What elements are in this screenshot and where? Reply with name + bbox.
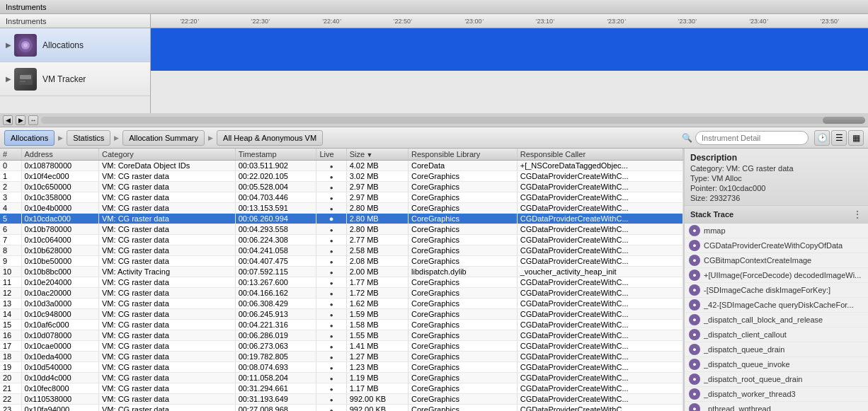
stack-item-sdimage-query[interactable]: ● _42-[SDImageCache queryDiskCacheFor... xyxy=(685,298,868,313)
cell-category: VM: CG raster data xyxy=(99,171,236,182)
cell-timestamp: 00:27.008.968 xyxy=(235,405,316,412)
stack-item-dispatch-queue-drain[interactable]: ● _dispatch_queue_drain xyxy=(685,342,868,357)
table-row[interactable]: 4 0x10e4b0000 VM: CG raster data 00:13.1… xyxy=(0,203,683,214)
table-row[interactable]: 13 0x10d3a0000 VM: CG raster data 00:06.… xyxy=(0,299,683,309)
table-row[interactable]: 23 0x10fa94000 VM: CG raster data 00:27.… xyxy=(0,405,683,412)
sidebar-item-allocations[interactable]: ▶ Allocations xyxy=(0,28,150,62)
stack-trace-expand-icon[interactable]: ⋮ xyxy=(852,209,862,220)
cell-size: 1.41 MB xyxy=(346,341,408,352)
tab-allocation-summary[interactable]: Allocation Summary xyxy=(122,130,205,146)
table-row[interactable]: 15 0x10af6c000 VM: CG raster data 00:04.… xyxy=(0,320,683,330)
cell-size: 3.02 MB xyxy=(346,171,408,182)
cell-timestamp: 00:22.020.105 xyxy=(235,171,316,182)
stack-item-cgbitmap[interactable]: ● CGBitmapContextCreateImage xyxy=(685,253,868,268)
table-row[interactable]: 18 0x10eda4000 VM: CG raster data 00:19.… xyxy=(0,352,683,362)
cell-library: CoreGraphics xyxy=(409,383,518,394)
table-row[interactable]: 17 0x10cae0000 VM: CG raster data 00:06.… xyxy=(0,341,683,352)
cell-library: CoreData xyxy=(409,161,518,171)
grid-view-btn[interactable]: ▦ xyxy=(848,130,864,146)
table-row[interactable]: 6 0x10b780000 VM: CG raster data 00:04.2… xyxy=(0,224,683,235)
col-header-num[interactable]: # xyxy=(0,149,21,161)
scrollbar-track[interactable] xyxy=(41,117,865,124)
table-row[interactable]: 0 0x108780000 VM: CoreData Object IDs 00… xyxy=(0,161,683,171)
cell-num: 3 xyxy=(0,192,21,203)
cell-library: CoreGraphics xyxy=(409,299,518,309)
cell-size: 1.58 MB xyxy=(346,320,408,330)
table-row[interactable]: 8 0x10b628000 VM: CG raster data 00:04.2… xyxy=(0,245,683,256)
table-row[interactable]: 3 0x10c358000 VM: CG raster data 00:04.7… xyxy=(0,192,683,203)
stack-item-mmap[interactable]: ● mmap xyxy=(685,224,868,238)
clock-icon-btn[interactable]: 🕑 xyxy=(814,130,830,146)
expand-arrow-vm: ▶ xyxy=(6,75,11,83)
cell-live: ● xyxy=(316,171,346,182)
cell-address: 0x10fa94000 xyxy=(21,405,99,412)
cell-timestamp: 00:08.074.693 xyxy=(235,362,316,373)
stack-item-label: _42-[SDImageCache queryDiskCacheFor... xyxy=(704,301,854,309)
scroll-zoom-btn[interactable]: ↔ xyxy=(28,115,38,125)
tab-allocations[interactable]: Allocations xyxy=(4,130,55,146)
cell-category: VM: CG raster data xyxy=(99,245,236,256)
scroll-left-btn[interactable]: ◀ xyxy=(3,115,13,125)
table-row[interactable]: 19 0x10d540000 VM: CG raster data 00:08.… xyxy=(0,362,683,373)
table-row[interactable]: 14 0x10c948000 VM: CG raster data 00:06.… xyxy=(0,309,683,320)
col-header-size[interactable]: Size xyxy=(346,149,408,161)
table-row[interactable]: 7 0x10c064000 VM: CG raster data 00:06.2… xyxy=(0,235,683,245)
cell-live: ● xyxy=(316,214,346,224)
table-row[interactable]: 16 0x10d078000 VM: CG raster data 00:06.… xyxy=(0,330,683,341)
col-header-live[interactable]: Live xyxy=(316,149,346,161)
table-row[interactable]: 1 0x10f4ec000 VM: CG raster data 00:22.0… xyxy=(0,171,683,182)
table-row[interactable]: 2 0x10c650000 VM: CG raster data 00:05.5… xyxy=(0,182,683,192)
cell-size: 1.72 MB xyxy=(346,288,408,299)
cell-address: 0x10cae0000 xyxy=(21,341,99,352)
tab-all-heap[interactable]: All Heap & Anonymous VM xyxy=(217,130,323,146)
table-row[interactable]: 20 0x10dd4c000 VM: CG raster data 00:11.… xyxy=(0,373,683,383)
col-header-library[interactable]: Responsible Library xyxy=(409,149,518,161)
col-header-caller[interactable]: Responsible Caller xyxy=(517,149,683,161)
stack-trace-title: Stack Trace xyxy=(690,210,733,219)
table-row[interactable]: 21 0x10fec8000 VM: CG raster data 00:31.… xyxy=(0,383,683,394)
cell-caller: CGDataProviderCreateWithC... xyxy=(517,341,683,352)
stack-item-dispatch-queue-invoke[interactable]: ● _dispatch_queue_invoke xyxy=(685,357,868,372)
stack-item-dispatch-root-drain[interactable]: ● _dispatch_root_queue_drain xyxy=(685,372,868,387)
cell-library: CoreGraphics xyxy=(409,405,518,412)
table-row[interactable]: 10 0x10b8bc000 VM: Activity Tracing 00:0… xyxy=(0,267,683,277)
cell-caller: CGDataProviderCreateWithC... xyxy=(517,235,683,245)
cell-category: VM: CG raster data xyxy=(99,352,236,362)
col-header-address[interactable]: Address xyxy=(21,149,99,161)
table-row[interactable]: 12 0x10ac20000 VM: CG raster data 00:04.… xyxy=(0,288,683,299)
tab-statistics[interactable]: Statistics xyxy=(67,130,110,146)
cell-timestamp: 00:31.294.661 xyxy=(235,383,316,394)
cell-address: 0x110538000 xyxy=(21,394,99,405)
stack-item-uiimage-force[interactable]: ● +[UIImage(ForceDecode) decodedImageWi.… xyxy=(685,268,868,283)
cell-caller: CGDataProviderCreateWithC... xyxy=(517,288,683,299)
stack-item-label: -[SDImageCache diskImageForKey:] xyxy=(704,286,830,294)
sidebar-item-vm-tracker[interactable]: ▶ VM Tracker xyxy=(0,62,150,96)
scrollbar-area: ◀ ▶ ↔ xyxy=(0,113,868,127)
scroll-right-btn[interactable]: ▶ xyxy=(16,115,25,125)
cell-category: VM: CG raster data xyxy=(99,330,236,341)
tab-arrow-3: ▶ xyxy=(208,134,213,141)
ruler-labels: ˈ22:20ˈ ˈ22:30ˈ ˈ22:40ˈ ˈ22:50ˈ ˈ23:00ˈ … xyxy=(151,14,868,28)
stack-item-sdimage-disk[interactable]: ● -[SDImageCache diskImageForKey:] xyxy=(685,283,868,298)
col-header-category[interactable]: Category xyxy=(99,149,236,161)
cell-num: 18 xyxy=(0,352,21,362)
stack-item-dispatch-worker[interactable]: ● _dispatch_worker_thread3 xyxy=(685,387,868,402)
cell-address: 0x10f4ec000 xyxy=(21,171,99,182)
stack-item-dispatch-client[interactable]: ● _dispatch_client_callout xyxy=(685,328,868,342)
stack-item-label: _pthread_wqthread xyxy=(704,405,771,411)
cell-category: VM: CG raster data xyxy=(99,320,236,330)
stack-item-dispatch-call-block[interactable]: ● _dispatch_call_block_and_release xyxy=(685,313,868,328)
cell-caller: CGDataProviderCreateWithC... xyxy=(517,394,683,405)
table-row[interactable]: 9 0x10be50000 VM: CG raster data 00:04.4… xyxy=(0,256,683,267)
table-row[interactable]: 11 0x10e204000 VM: CG raster data 00:13.… xyxy=(0,277,683,288)
cell-library: CoreGraphics xyxy=(409,288,518,299)
stack-item-cgdataprovider[interactable]: ● CGDataProviderCreateWithCopyOfData xyxy=(685,238,868,253)
col-header-timestamp[interactable]: Timestamp xyxy=(235,149,316,161)
table-row[interactable]: 22 0x110538000 VM: CG raster data 00:31.… xyxy=(0,394,683,405)
stack-item-pthread-wqthread[interactable]: ● _pthread_wqthread xyxy=(685,402,868,411)
instrument-detail-search[interactable] xyxy=(695,131,809,145)
cell-live: ● xyxy=(316,309,346,320)
list-view-btn[interactable]: ☰ xyxy=(831,130,847,146)
table-row[interactable]: 5 0x10cdac000 VM: CG raster data 00:06.2… xyxy=(0,214,683,224)
cell-category: VM: CoreData Object IDs xyxy=(99,161,236,171)
